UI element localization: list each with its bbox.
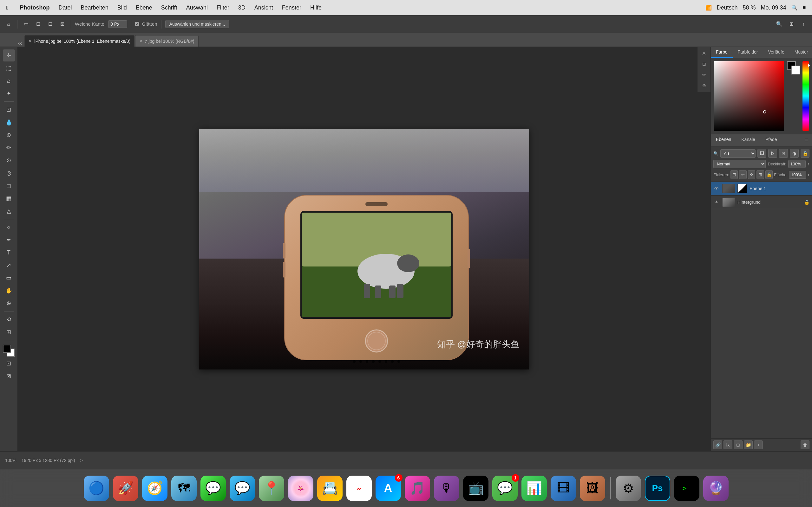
flaeche-input[interactable] xyxy=(789,171,806,179)
flaeche-chevron[interactable]: › xyxy=(808,171,809,178)
pen-tool[interactable]: ✒ xyxy=(3,234,15,246)
dodge-tool[interactable]: ○ xyxy=(3,221,15,233)
menu-photoshop[interactable]: Photoshop xyxy=(20,4,50,11)
gradient-tool[interactable]: ▦ xyxy=(3,192,15,205)
extra-tool1[interactable]: ⟲ xyxy=(3,314,15,326)
dock-icon-settings[interactable]: ⚙ xyxy=(616,475,641,501)
layer-item-hintergrund[interactable]: 👁 Hintergrund 🔒 xyxy=(711,195,812,209)
dock-icon-photoshop[interactable]: Ps xyxy=(645,475,670,501)
apple-icon[interactable]:  xyxy=(6,4,9,11)
tab-ebenen[interactable]: Ebenen xyxy=(711,134,736,146)
rect-select-button[interactable]: ▭ xyxy=(21,19,31,29)
brush-tool[interactable]: ✏ xyxy=(3,142,15,154)
tabs-collapse-button[interactable]: ‹‹ xyxy=(18,39,22,47)
panel-color-icon[interactable]: A xyxy=(699,48,709,58)
hand-tool[interactable]: ✋ xyxy=(3,285,15,297)
dock-icon-podcasts[interactable]: 🎙 xyxy=(434,475,459,501)
layers-panel-menu[interactable]: ≡ xyxy=(801,134,812,146)
color-gradient-box[interactable] xyxy=(714,61,784,131)
dock-icon-finder[interactable]: 🔵 xyxy=(84,475,109,501)
lock-transparent-btn[interactable]: ⊡ xyxy=(730,170,738,179)
wand-tool[interactable]: ✦ xyxy=(3,88,15,100)
zoom-tool[interactable]: ⊕ xyxy=(3,297,15,309)
menu-filter[interactable]: Filter xyxy=(217,4,229,11)
dock-icon-more[interactable]: 🔮 xyxy=(703,475,728,501)
eyedropper-tool[interactable]: 💧 xyxy=(3,116,15,128)
menu-bild[interactable]: Bild xyxy=(117,4,127,11)
dock-icon-numbers[interactable]: 📊 xyxy=(521,475,547,501)
layer-mask-btn[interactable]: ⊡ xyxy=(779,149,788,158)
transform2-button[interactable]: ⊟ xyxy=(45,19,55,29)
dock-icon-contacts[interactable]: 📇 xyxy=(317,475,343,501)
heal-tool[interactable]: ⊕ xyxy=(3,129,15,141)
dock-icon-music[interactable]: 🎵 xyxy=(405,475,430,501)
hue-bar[interactable] xyxy=(803,61,809,131)
menu-3d[interactable]: 3D xyxy=(238,4,246,11)
notification-icon[interactable]: ≡ xyxy=(803,5,806,10)
dock-icon-appletv[interactable]: 📺 xyxy=(463,475,489,501)
dock-icon-appstore[interactable]: A 6 xyxy=(375,475,401,501)
dock-icon-appmaps[interactable]: 📍 xyxy=(259,475,284,501)
transform3-button[interactable]: ⊠ xyxy=(57,19,67,29)
tab-muster[interactable]: Muster xyxy=(790,47,812,58)
share-button[interactable]: ↑ xyxy=(799,19,808,29)
dock-icon-messages[interactable]: 💬 xyxy=(200,475,226,501)
tab-verlaeufe[interactable]: Verläufe xyxy=(763,47,789,58)
layer-link-action[interactable]: 🔗 xyxy=(713,441,722,449)
tab-farbfelder[interactable]: Farbfelder xyxy=(733,47,763,58)
dock-icon-photos[interactable]: 🌸 xyxy=(288,475,313,501)
path-tool[interactable]: ↗ xyxy=(3,259,15,271)
tab-iphone[interactable]: ✕ iPhone.jpg bei 100% (Ebene 1, Ebenenma… xyxy=(24,35,135,47)
tab-kanaele[interactable]: Kanäle xyxy=(736,134,760,146)
panel-brush-icon[interactable]: ✏ xyxy=(699,70,709,80)
layer-filter-select[interactable]: Art xyxy=(720,149,756,158)
layer-vis-ebene1[interactable]: 👁 xyxy=(713,185,720,192)
foreground-swatch[interactable] xyxy=(3,345,11,353)
home-button[interactable]: ⌂ xyxy=(4,19,13,29)
lasso-tool[interactable]: ⌂ xyxy=(3,75,15,87)
select-tool[interactable]: ⬚ xyxy=(3,62,15,74)
layer-delete-action[interactable]: 🗑 xyxy=(801,441,809,449)
glaetten-checkbox[interactable] xyxy=(135,22,139,26)
lock-all-btn[interactable]: 🔒 xyxy=(765,170,773,179)
layer-blend-select[interactable]: Normal xyxy=(713,160,766,168)
menu-auswahl[interactable]: Auswahl xyxy=(186,4,208,11)
panel-clone-icon[interactable]: ⊕ xyxy=(699,80,709,91)
menu-datei[interactable]: Datei xyxy=(59,4,72,11)
dock-icon-terminal[interactable]: >_ xyxy=(674,475,699,501)
search-icon[interactable]: 🔍 xyxy=(792,5,798,11)
menu-fenster[interactable]: Fenster xyxy=(282,4,301,11)
tab2-close-icon[interactable]: ✕ xyxy=(139,39,142,43)
bg-mini-swatch[interactable] xyxy=(792,66,800,74)
color-swatches[interactable] xyxy=(3,345,15,357)
history-tool[interactable]: ◎ xyxy=(3,167,15,179)
menu-ebene[interactable]: Ebene xyxy=(136,4,152,11)
dock-icon-safari[interactable]: 🧭 xyxy=(142,475,167,501)
menu-bearbeiten[interactable]: Bearbeiten xyxy=(81,4,108,11)
panel-adjust-icon[interactable]: ⊡ xyxy=(699,59,709,69)
menu-ansicht[interactable]: Ansicht xyxy=(254,4,273,11)
layer-vis-hintergrund[interactable]: 👁 xyxy=(713,199,720,205)
view-toggle-button[interactable]: ⊞ xyxy=(786,19,796,29)
layer-group-action[interactable]: 📁 xyxy=(744,441,753,449)
dock-icon-photos2[interactable]: 🖼 xyxy=(580,475,605,501)
menu-schrift[interactable]: Schrift xyxy=(161,4,177,11)
auswaehlen-maskieren-button[interactable]: Auswählen und maskieren... xyxy=(165,20,229,28)
move-tool[interactable]: ✛ xyxy=(3,49,15,61)
menu-hilfe[interactable]: Hilfe xyxy=(310,4,322,11)
layer-link-btn[interactable]: 🔒 xyxy=(801,149,809,158)
opacity-input[interactable] xyxy=(788,160,806,168)
blur-tool[interactable]: △ xyxy=(3,205,15,217)
dock-icon-wechat[interactable]: 💬 1 xyxy=(492,475,518,501)
extra-mode1[interactable]: ⊡ xyxy=(3,357,15,370)
canvas-area[interactable]: 知乎 @好奇的胖头鱼 xyxy=(18,47,711,451)
shape-tool[interactable]: ▭ xyxy=(3,272,15,284)
extra-tool2[interactable]: ⊞ xyxy=(3,326,15,338)
extra-mode2[interactable]: ⊠ xyxy=(3,370,15,382)
layer-item-ebene1[interactable]: 👁 Ebene 1 xyxy=(711,182,812,195)
layer-fx-action[interactable]: fx xyxy=(723,441,732,449)
dock-icon-chats[interactable]: 💬 xyxy=(230,475,255,501)
tab-pfade[interactable]: Pfade xyxy=(760,134,782,146)
tab-farbe[interactable]: Farbe xyxy=(711,47,733,58)
weiche-kante-input[interactable] xyxy=(108,20,127,28)
